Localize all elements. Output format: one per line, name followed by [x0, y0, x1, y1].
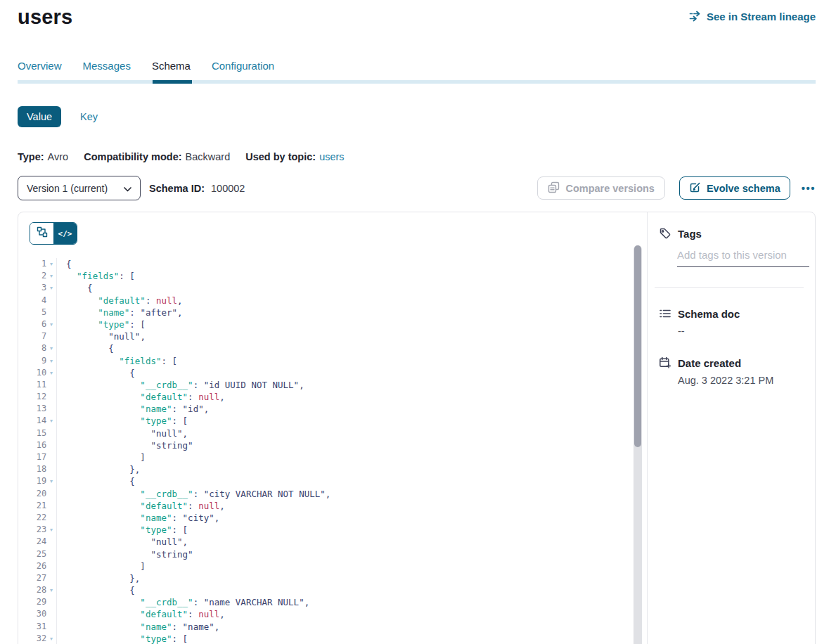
code-line: 18 },	[18, 463, 647, 475]
code-text: "default": null,	[57, 608, 225, 620]
code-line: 14▾ "type": [	[18, 415, 647, 427]
line-number: 9	[18, 355, 46, 367]
fold-toggle-icon[interactable]: ▾	[46, 415, 56, 427]
line-number: 18	[18, 463, 46, 475]
code-line: 24 "null",	[18, 536, 647, 548]
code-line: 15 "null",	[18, 427, 647, 439]
code-line: 10▾ {	[18, 367, 647, 379]
line-number: 23	[18, 524, 46, 536]
fold-toggle-icon[interactable]: ▾	[46, 282, 56, 294]
fold-toggle-icon[interactable]: ▾	[46, 270, 56, 282]
schema-id-value: 100002	[211, 183, 245, 194]
fold-toggle-icon[interactable]: ▾	[46, 355, 56, 367]
schema-meta-row: Type: Avro Compatibility mode: Backward …	[18, 151, 816, 162]
fold-toggle-icon[interactable]: ▾	[46, 633, 56, 644]
code-text: ]	[57, 560, 146, 572]
code-line: 28▾ {	[18, 584, 647, 596]
fold-toggle-icon[interactable]: ▾	[46, 475, 56, 487]
schema-doc-section: Schema doc --	[659, 307, 806, 337]
code-line: 2▾ "fields": [	[18, 270, 647, 282]
add-tags-input[interactable]	[677, 249, 809, 267]
tab-overview[interactable]: Overview	[18, 60, 62, 72]
code-text: "name": "id",	[57, 403, 209, 415]
evolve-schema-icon	[689, 181, 701, 195]
line-number: 19	[18, 475, 46, 487]
schema-doc-value: --	[678, 326, 806, 337]
code-text: "type": [	[57, 318, 146, 330]
line-number: 16	[18, 439, 46, 451]
code-text: {	[57, 584, 135, 596]
code-text: "__crdb__": "id UUID NOT NULL",	[57, 379, 304, 391]
chevron-down-icon	[124, 183, 131, 194]
code-line: 30 "default": null,	[18, 608, 647, 620]
compatibility-value: Backward	[186, 151, 231, 162]
version-select-value: Version 1 (current)	[27, 183, 108, 194]
value-toggle-button[interactable]: Value	[18, 106, 61, 127]
line-number: 17	[18, 451, 46, 463]
fold-toggle-icon[interactable]: ▾	[46, 342, 56, 354]
fold-toggle-icon[interactable]: ▾	[46, 258, 56, 270]
line-number: 10	[18, 367, 46, 379]
topic-link[interactable]: users	[319, 151, 344, 162]
schema-id-label: Schema ID:	[149, 183, 205, 194]
code-line: 8▾ {	[18, 342, 647, 354]
version-select[interactable]: Version 1 (current)	[18, 176, 141, 200]
code-line: 1▾{	[18, 258, 647, 270]
line-number: 2	[18, 270, 46, 282]
schema-sidebar: Tags Schema doc --	[647, 212, 815, 644]
line-number: 29	[18, 596, 46, 608]
code-view-icon: </>	[58, 229, 72, 238]
line-number: 3	[18, 282, 46, 294]
tab-messages[interactable]: Messages	[83, 60, 131, 72]
line-number: 5	[18, 307, 46, 318]
code-text: "fields": [	[57, 270, 135, 282]
code-line: 3▾ {	[18, 282, 647, 294]
stream-lineage-link[interactable]: See in Stream lineage	[689, 10, 816, 22]
fold-toggle-icon[interactable]: ▾	[46, 367, 56, 379]
code-line: 16 "string"	[18, 439, 647, 451]
tag-icon	[659, 227, 671, 240]
code-line: 17 ]	[18, 451, 647, 463]
line-number: 22	[18, 512, 46, 524]
line-number: 7	[18, 330, 46, 342]
code-text: "type": [	[57, 633, 188, 644]
tab-schema[interactable]: Schema	[152, 60, 191, 72]
code-text: "type": [	[57, 524, 188, 536]
code-view-button[interactable]: </>	[53, 223, 77, 244]
code-text: {	[57, 475, 135, 487]
code-line: 13 "name": "id",	[18, 403, 647, 415]
fold-toggle-icon[interactable]: ▾	[46, 524, 56, 536]
code-line: 11 "__crdb__": "id UUID NOT NULL",	[18, 379, 647, 391]
tree-view-icon	[37, 226, 48, 240]
key-toggle-button[interactable]: Key	[80, 111, 98, 122]
tree-view-button[interactable]	[30, 223, 53, 244]
code-text: },	[57, 572, 140, 584]
page-title: users	[18, 6, 72, 29]
tab-configuration[interactable]: Configuration	[212, 60, 274, 72]
line-number: 14	[18, 415, 46, 427]
line-number: 20	[18, 488, 46, 500]
editor-scrollbar-thumb[interactable]	[634, 245, 641, 447]
type-value: Avro	[48, 151, 69, 162]
schema-doc-heading: Schema doc	[678, 308, 740, 320]
schema-page: users See in Stream lineage Overview Mes…	[0, 0, 836, 644]
line-number: 8	[18, 342, 46, 354]
fold-toggle-icon[interactable]: ▾	[46, 318, 56, 330]
calendar-plus-icon	[659, 356, 671, 369]
version-toolbar: Version 1 (current) Schema ID: 100002 Co…	[18, 176, 816, 200]
line-number: 31	[18, 621, 46, 633]
fold-toggle-icon[interactable]: ▾	[46, 584, 56, 596]
code-text: "type": [	[57, 415, 188, 427]
editor-scrollbar-track[interactable]	[634, 245, 642, 644]
code-line: 9▾ "fields": [	[18, 355, 647, 367]
line-number: 21	[18, 500, 46, 512]
date-created-section: Date created Aug. 3 2022 3:21 PM	[659, 356, 806, 386]
evolve-schema-button[interactable]: Evolve schema	[679, 176, 790, 200]
schema-editor[interactable]: </> 1▾{2▾ "fields": [3▾ {4 "default": nu…	[18, 212, 647, 644]
code-text: "string"	[57, 439, 193, 451]
line-number: 4	[18, 295, 46, 307]
more-actions-button[interactable]: •••	[802, 182, 816, 194]
code-line: 31 "name": "name",	[18, 621, 647, 633]
code-text: },	[57, 463, 140, 475]
compare-versions-button[interactable]: Compare versions	[537, 176, 665, 200]
